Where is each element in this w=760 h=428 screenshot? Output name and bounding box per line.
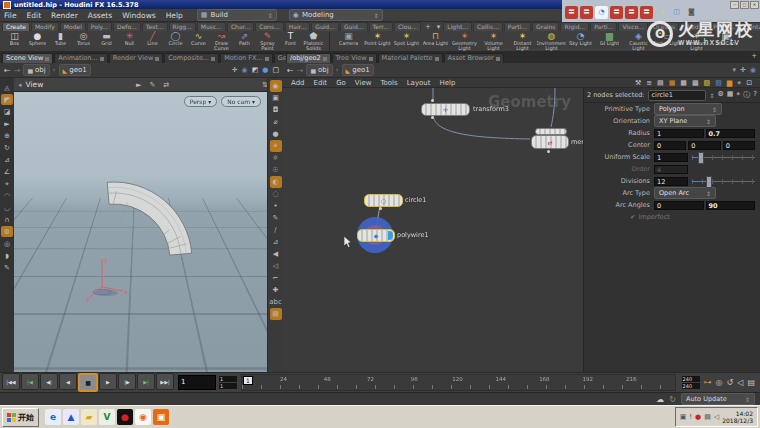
recorder-button-icon[interactable]: 〓 xyxy=(565,6,578,19)
pane-tab[interactable]: Tree View xyxy=(332,53,377,63)
menu-item[interactable]: Help xyxy=(166,11,183,20)
transport-button[interactable]: |◀◀ xyxy=(2,373,20,390)
shelf-tab[interactable]: Text... xyxy=(142,22,168,31)
playhead-marker[interactable]: 1 xyxy=(243,376,253,385)
viewport-tool-icon[interactable]: ✎ xyxy=(1,262,13,273)
window-control-button[interactable]: ✕ xyxy=(750,1,759,9)
display-option-icon[interactable]: ⌐ xyxy=(270,272,282,284)
shelf-tool[interactable]: ◔ Sky Light xyxy=(566,31,595,52)
transport-button[interactable]: ▶ xyxy=(99,373,117,390)
breadcrumb-toolbar-icon[interactable]: ◩ xyxy=(252,66,259,74)
pane-tab[interactable]: Animation... xyxy=(54,53,107,63)
tab-close-icon[interactable] xyxy=(211,57,215,61)
back-icon[interactable]: ← xyxy=(287,66,294,75)
window-control-button[interactable]: □ xyxy=(740,1,749,9)
collapse-icon[interactable]: ◂ xyxy=(18,81,22,89)
display-option-icon[interactable]: ◀ xyxy=(270,248,282,260)
shelf-tool[interactable]: ⬟ Platonic Solids xyxy=(302,31,325,52)
shelf-tool[interactable]: ▣ Sta Can xyxy=(711,31,740,52)
transport-button[interactable]: ◀| xyxy=(40,373,58,390)
shelf-tool[interactable]: ✎ Spray Paint xyxy=(256,31,279,52)
breadcrumb-toolbar-icon[interactable]: ✛ xyxy=(740,66,746,74)
shelf-tool[interactable]: ✳ Null xyxy=(118,31,141,52)
viewport-tool-icon[interactable]: ◎ xyxy=(1,238,13,249)
current-frame-field[interactable]: 1 xyxy=(178,375,216,390)
shelf-tab[interactable]: Defo... xyxy=(113,22,141,31)
timeline-ruler[interactable]: 1 24487296120144168192216 xyxy=(241,374,676,391)
display-option-icon[interactable]: abc xyxy=(270,296,282,308)
transport-button[interactable]: ▶| xyxy=(137,373,155,390)
network-menu-item[interactable]: Tools xyxy=(380,79,397,87)
network-menu-item[interactable]: Add xyxy=(291,79,305,87)
transport-button[interactable]: |◀ xyxy=(21,373,39,390)
viewport-tool-icon[interactable]: ◗ xyxy=(1,250,13,261)
shelf-tool[interactable]: ⊓ Area Light xyxy=(421,31,450,52)
breadcrumb-toolbar-icon[interactable]: ◉ xyxy=(242,66,248,74)
shelf-tool[interactable]: ↝ Draw Curve xyxy=(210,31,233,52)
shelf-tool[interactable]: T Font xyxy=(279,31,302,52)
tab-close-icon[interactable] xyxy=(323,57,327,61)
menu-item[interactable]: Edit xyxy=(27,11,42,20)
shelf-tab[interactable]: Parti... xyxy=(590,22,617,31)
breadcrumb-geo1[interactable]: ◣ geo1 xyxy=(342,64,374,76)
shelf-tool[interactable]: ▬ Grid xyxy=(95,31,118,52)
parameter-header-icon[interactable]: ⚙ xyxy=(717,90,723,100)
tab-close-icon[interactable] xyxy=(265,57,269,61)
display-flag[interactable] xyxy=(388,231,393,240)
viewport-tool-icon[interactable]: ⌖ xyxy=(1,178,13,189)
shelf-tab[interactable]: Guid... xyxy=(311,22,339,31)
shelf-tab[interactable]: Conta... xyxy=(740,22,760,31)
pane-tab[interactable]: Composite... xyxy=(164,53,219,63)
transport-button[interactable]: ■ xyxy=(78,373,98,392)
view-bar-icon[interactable]: ⇄ xyxy=(163,81,169,89)
tab-close-icon[interactable] xyxy=(435,57,439,61)
shelf-tab[interactable]: Popul... xyxy=(709,22,739,31)
display-option-icon[interactable]: ✚ xyxy=(270,284,282,296)
shelf-tab[interactable]: Create xyxy=(2,22,30,31)
network-menu-item[interactable]: View xyxy=(355,79,372,87)
add-pane-tab-button[interactable]: + xyxy=(751,52,757,63)
display-option-icon[interactable]: • xyxy=(270,200,282,212)
playbar-option-icon[interactable]: ⊶ xyxy=(704,378,712,387)
breadcrumb-toolbar-icon[interactable]: ● xyxy=(262,66,268,74)
shelf-tab[interactable]: Rigg... xyxy=(169,22,196,31)
quick-launch-icon[interactable]: ◉ xyxy=(135,409,151,425)
network-menu-item[interactable]: Edit xyxy=(314,79,328,87)
shelf-tab[interactable]: Char... xyxy=(227,22,254,31)
desktop-build-select[interactable]: ▦ Build ⇕ xyxy=(197,9,277,21)
shelf-tool[interactable]: ◎ Torus xyxy=(72,31,95,52)
quick-launch-icon[interactable]: ▣ xyxy=(153,409,169,425)
node-output-dot[interactable] xyxy=(431,116,434,119)
menu-item[interactable]: Assets xyxy=(88,11,112,20)
shelf-tool[interactable]: ✶ Ambient Light xyxy=(682,31,711,52)
recorder-button-icon[interactable]: 〓 xyxy=(610,6,623,19)
shelf-tool[interactable]: ✶ Distant Light xyxy=(508,31,537,52)
pane-tab[interactable]: Render View xyxy=(109,53,164,63)
shelf-tool[interactable]: ✶ Point Light xyxy=(363,31,392,52)
radius-y-field[interactable]: 0.7 xyxy=(706,129,756,138)
display-option-icon[interactable]: ☼ xyxy=(270,152,282,164)
radius-x-field[interactable]: 1 xyxy=(654,129,704,138)
quick-launch-icon[interactable]: e xyxy=(45,409,61,425)
shelf-tool[interactable]: ∿ Curve xyxy=(187,31,210,52)
breadcrumb-obj[interactable]: ▦ obj xyxy=(306,64,332,76)
recorder-button-icon[interactable]: ◔ xyxy=(595,6,608,19)
window-control-button[interactable]: — xyxy=(730,1,739,9)
pane-tab[interactable]: Asset Browser xyxy=(444,53,504,63)
shelf-tool[interactable]: ✶ Spot Light xyxy=(392,31,421,52)
viewport-tool-icon[interactable]: ◠ xyxy=(1,190,13,201)
breadcrumb-toolbar-icon[interactable]: ◉ xyxy=(750,66,756,74)
shelf-tab[interactable]: Terr... xyxy=(369,22,393,31)
breadcrumb-toolbar-icon[interactable]: ✛ xyxy=(232,66,238,74)
shelf-tool[interactable]: ● Sphere xyxy=(26,31,49,52)
arc-angle-start-field[interactable]: 0 xyxy=(654,201,704,210)
view-bar-icon[interactable]: ► xyxy=(136,81,141,89)
shelf-tab[interactable]: Guid... xyxy=(340,22,368,31)
tab-close-icon[interactable] xyxy=(496,57,500,61)
quick-launch-icon[interactable]: ▲ xyxy=(63,409,79,425)
tab-close-icon[interactable] xyxy=(369,57,373,61)
display-option-icon[interactable]: ☀ xyxy=(270,140,282,152)
display-option-icon[interactable]: ◘ xyxy=(270,104,282,116)
viewport-tool-icon[interactable]: ◡ xyxy=(1,202,13,213)
network-toolbar-icon[interactable]: ▦ xyxy=(680,79,687,87)
